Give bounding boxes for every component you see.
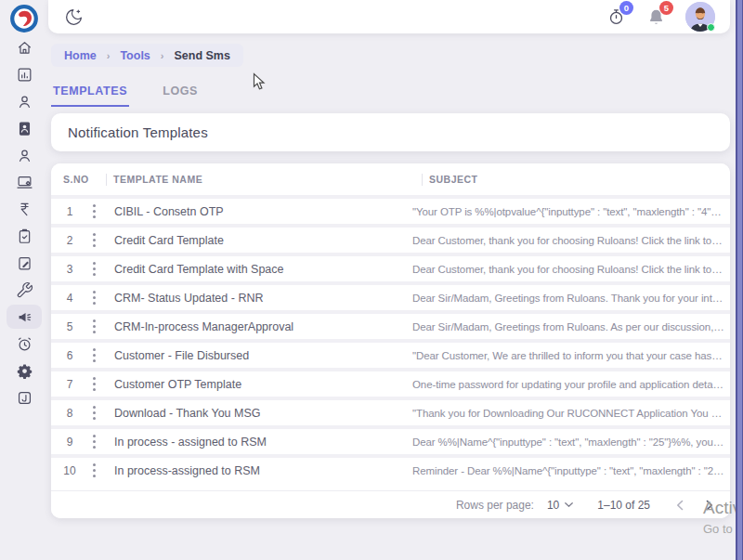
column-header-subject: SUBJECT [423, 174, 730, 185]
row-number: 4 [59, 292, 81, 305]
pagination-range: 1–10 of 25 [597, 499, 650, 512]
user-outline-icon [16, 147, 33, 164]
sidebar-item-users[interactable] [7, 89, 42, 113]
table-body: 1 CIBIL - Consetn OTP "Your OTP is %%|ot… [51, 195, 730, 490]
kebab-menu-icon [93, 377, 96, 380]
header-actions: 0 5 [606, 2, 715, 32]
template-name: In process-assigned to RSM [114, 464, 412, 477]
tab-logs[interactable]: LOGS [161, 85, 200, 107]
notifications-button[interactable]: 5 [645, 7, 666, 27]
template-name: Customer - File Disbursed [114, 349, 412, 362]
chevron-left-icon [676, 500, 684, 511]
table-row[interactable]: 9 In process - assigned to RSM Dear %%|N… [51, 425, 730, 454]
bar-chart-icon [16, 66, 33, 84]
breadcrumb: Home › Tools › Send Sms [51, 44, 243, 67]
row-menu-button[interactable] [87, 258, 100, 280]
sidebar-item-profile[interactable] [7, 143, 42, 167]
user-avatar[interactable] [685, 2, 715, 32]
row-number: 2 [59, 234, 81, 247]
timer-button[interactable]: 0 [606, 7, 626, 27]
template-subject: "Dear Customer, We are thrilled to infor… [412, 350, 730, 361]
moon-icon [64, 7, 84, 27]
app-logo[interactable] [9, 4, 39, 33]
breadcrumb-home[interactable]: Home [64, 49, 97, 62]
table-row[interactable]: 7 Customer OTP Template One-time passwor… [51, 368, 730, 397]
breadcrumb-tools[interactable]: Tools [120, 49, 150, 62]
template-name: Credit Card Template with Space [114, 263, 412, 276]
sidebar-item-id-card[interactable] [7, 116, 42, 140]
table-row[interactable]: 5 CRM-In-process ManagerApproval Dear Si… [51, 310, 730, 339]
breadcrumb-current: Send Sms [174, 49, 229, 62]
prev-page-button[interactable] [674, 498, 685, 513]
user-icon [16, 93, 33, 111]
kebab-menu-icon [93, 233, 96, 236]
template-name: Customer OTP Template [114, 378, 412, 391]
tab-templates[interactable]: TEMPLATES [51, 85, 129, 107]
kebab-menu-icon [93, 291, 96, 293]
template-name: CRM-In-process ManagerApproval [114, 320, 412, 333]
row-number: 10 [59, 464, 81, 477]
kebab-menu-icon [93, 463, 96, 466]
template-subject: Dear Customer, thank you for choosing Ru… [412, 235, 730, 246]
sidebar-item-reminders[interactable] [7, 332, 42, 356]
caret-down-icon [565, 502, 573, 507]
page-title-card: Notification Templates [51, 113, 730, 151]
sidebar-item-device-settings[interactable] [7, 170, 42, 194]
table-row[interactable]: 4 CRM- Status Updated - RNR Dear Sir/Mad… [51, 281, 730, 310]
mouse-cursor [253, 72, 267, 96]
sidebar [0, 0, 48, 560]
table-header: S.NO TEMPLATE NAME SUBJECT [51, 163, 730, 195]
rows-per-page-select[interactable]: 10 [547, 499, 573, 512]
sidebar-item-tasks[interactable] [7, 224, 42, 248]
template-name: CIBIL - Consetn OTP [114, 205, 412, 218]
kebab-menu-icon [93, 319, 96, 322]
kebab-menu-icon [93, 262, 96, 265]
table-row[interactable]: 10 In process-assigned to RSM Reminder -… [51, 454, 730, 483]
row-menu-button[interactable] [87, 316, 100, 337]
table-row[interactable]: 2 Credit Card Template Dear Customer, th… [51, 224, 730, 253]
rows-per-page-value: 10 [547, 499, 559, 512]
sidebar-item-journal[interactable] [7, 385, 42, 410]
template-subject: Dear %%|Name^{"inputtype" : "text", "max… [412, 436, 730, 448]
rows-per-page-label: Rows per page: [456, 499, 534, 512]
kebab-menu-icon [93, 348, 96, 351]
row-menu-button[interactable] [87, 287, 100, 308]
sidebar-item-settings[interactable] [7, 358, 42, 383]
chevron-right-separator-icon: › [107, 50, 111, 61]
alarm-clock-icon [16, 335, 33, 353]
row-number: 5 [59, 320, 81, 333]
table-row[interactable]: 3 Credit Card Template with Space Dear C… [51, 253, 730, 281]
row-menu-button[interactable] [87, 373, 100, 395]
row-number: 6 [59, 349, 81, 362]
theme-toggle-button[interactable] [63, 7, 84, 27]
template-subject: Dear Customer, thank you for choosing Ru… [412, 264, 730, 275]
notification-badge: 5 [659, 1, 673, 15]
sidebar-item-reports[interactable] [7, 62, 42, 86]
journal-j-icon [16, 389, 33, 407]
megaphone-icon [16, 308, 33, 326]
row-number: 7 [59, 378, 81, 391]
table-row[interactable]: 1 CIBIL - Consetn OTP "Your OTP is %%|ot… [51, 195, 730, 224]
timer-badge: 0 [619, 1, 633, 15]
row-number: 9 [59, 436, 81, 449]
app-screen: 0 5 [0, 0, 743, 560]
row-menu-button[interactable] [87, 229, 100, 251]
sidebar-item-notes[interactable] [7, 251, 42, 275]
template-name: Credit Card Template [114, 234, 412, 247]
template-subject: Dear Sir/Madam, Greetings from Ruloans. … [412, 321, 730, 332]
template-name: In process - assigned to RSM [114, 436, 412, 449]
table-row[interactable]: 6 Customer - File Disbursed "Dear Custom… [51, 339, 730, 368]
row-menu-button[interactable] [87, 201, 100, 222]
page-scrollbar[interactable] [736, 0, 743, 560]
sidebar-item-home[interactable] [7, 35, 42, 59]
row-menu-button[interactable] [87, 402, 100, 423]
template-subject: Reminder - Dear %%|Name^{"inputtype" : "… [412, 465, 730, 476]
row-menu-button[interactable] [87, 460, 100, 481]
sidebar-item-tools[interactable] [7, 278, 42, 302]
row-menu-button[interactable] [87, 431, 100, 452]
table-row[interactable]: 8 Download - Thank You MSG "Thank you fo… [51, 397, 730, 425]
sidebar-item-announcements[interactable] [7, 305, 42, 329]
row-menu-button[interactable] [87, 345, 100, 366]
sidebar-item-payments[interactable] [7, 197, 42, 221]
id-card-icon [16, 120, 33, 137]
